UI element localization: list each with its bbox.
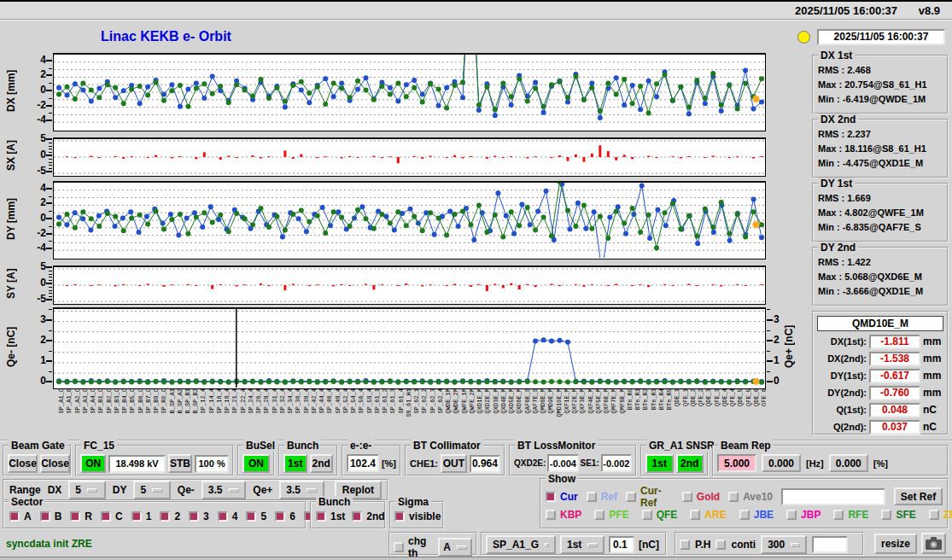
checkbox[interactable] — [546, 510, 556, 520]
checkbox[interactable] — [881, 510, 891, 520]
screenshot-button[interactable] — [921, 533, 946, 554]
chg-th-checkbox[interactable] — [394, 542, 404, 552]
show-ave10[interactable]: Ave10 — [728, 491, 773, 503]
beam-gate-close-2-button[interactable]: Close — [40, 454, 70, 473]
show-gold[interactable]: Gold — [682, 491, 720, 503]
show-zre[interactable]: ZRE — [929, 509, 952, 521]
gr-a1-1st-button[interactable]: 1st — [645, 454, 674, 473]
show-kbp[interactable]: KBP — [546, 509, 581, 521]
checkbox[interactable] — [101, 511, 111, 522]
gr-a1-2nd-button[interactable]: 2nd — [676, 454, 704, 473]
checkbox[interactable] — [626, 492, 636, 502]
checkbox[interactable] — [642, 510, 652, 520]
data-point — [589, 380, 594, 385]
checkbox[interactable] — [70, 511, 80, 522]
checkbox[interactable] — [189, 511, 199, 522]
nc-threshold-input[interactable] — [609, 536, 634, 553]
checkbox[interactable] — [739, 510, 750, 520]
sp-monitor-select[interactable]: SP_A1_G — [486, 535, 556, 554]
sector-3[interactable]: 3 — [189, 510, 209, 522]
conti-checkbox[interactable] — [715, 540, 726, 550]
sector-4[interactable]: 4 — [218, 510, 238, 522]
show-rfe[interactable]: RFE — [833, 509, 868, 521]
checkbox[interactable] — [316, 511, 326, 522]
checkbox[interactable] — [9, 511, 20, 522]
x-axis-label: QXD3E_M — [493, 388, 499, 413]
checkbox[interactable] — [246, 511, 256, 522]
checkbox[interactable] — [682, 492, 692, 502]
bar — [73, 284, 76, 285]
sector-c[interactable]: C — [101, 510, 123, 522]
show-cur-ref[interactable]: Cur-Ref — [626, 485, 674, 509]
sector-2[interactable]: 2 — [160, 510, 180, 522]
sector-6[interactable]: 6 — [275, 510, 295, 522]
data-point — [541, 215, 546, 220]
data-point — [364, 75, 369, 80]
bunch-1st[interactable]: 1st — [316, 510, 345, 522]
busel-on-button[interactable]: ON — [242, 454, 270, 473]
bar — [712, 284, 715, 285]
beam-gate-close-1-button[interactable]: Close — [8, 454, 38, 473]
count-input[interactable] — [812, 536, 848, 553]
show-jbe[interactable]: JBE — [739, 509, 774, 521]
data-point — [121, 379, 126, 384]
checkbox[interactable] — [587, 492, 597, 502]
show-are[interactable]: ARE — [690, 509, 726, 521]
checkbox[interactable] — [728, 492, 739, 502]
fc15-on-button[interactable]: ON — [80, 454, 106, 473]
che1-out-button[interactable]: OUT — [441, 454, 467, 473]
checkbox[interactable] — [275, 511, 285, 522]
range-dy-select[interactable]: 5 — [133, 481, 170, 499]
checkbox[interactable] — [352, 511, 362, 522]
data-point — [266, 379, 272, 384]
minor-tick-mark — [49, 143, 52, 143]
checkbox[interactable] — [394, 511, 405, 522]
data-point — [453, 83, 458, 88]
set-ref-button[interactable]: Set Ref — [894, 487, 943, 505]
data-point — [113, 95, 118, 100]
sector-1[interactable]: 1 — [131, 510, 152, 522]
sp-bunch-select[interactable]: 1st — [560, 535, 604, 554]
chg-th-select[interactable]: A — [438, 538, 472, 557]
sigma-visible[interactable]: visible — [394, 510, 441, 522]
resize-button[interactable]: resize — [874, 534, 917, 554]
show-sfe[interactable]: SFE — [881, 509, 915, 521]
checkbox[interactable] — [786, 510, 797, 520]
ee-ratio-unit: [%] — [382, 458, 396, 469]
checkbox[interactable] — [546, 492, 556, 502]
checkbox[interactable] — [833, 510, 844, 520]
checkbox[interactable] — [929, 510, 939, 520]
data-point — [194, 215, 199, 220]
range-qem-select[interactable]: 3.5 — [201, 481, 247, 499]
show-qfe[interactable]: QFE — [642, 509, 678, 521]
bunch-2nd[interactable]: 2nd — [352, 510, 384, 522]
stats-min: Min : -6.835@QAF7E_S — [818, 220, 943, 235]
checkbox[interactable] — [160, 511, 170, 522]
checkbox[interactable] — [690, 510, 700, 520]
checkbox[interactable] — [218, 511, 228, 522]
data-point — [663, 379, 668, 384]
checkbox[interactable] — [40, 511, 50, 522]
data-point — [218, 213, 223, 218]
show-ref[interactable]: Ref — [587, 491, 617, 503]
data-point — [630, 101, 635, 106]
sector-5[interactable]: 5 — [246, 510, 266, 522]
data-point — [290, 379, 295, 384]
checkbox[interactable] — [594, 510, 604, 520]
sector-r[interactable]: R — [70, 510, 92, 522]
show-pfe[interactable]: PFE — [594, 509, 628, 521]
ph-checkbox[interactable] — [680, 540, 690, 550]
x-axis-label: QAF6E_S — [524, 388, 531, 413]
sector-b[interactable]: B — [40, 510, 62, 522]
sector-a[interactable]: A — [9, 510, 32, 522]
ref-file-input[interactable] — [781, 488, 885, 505]
count-select[interactable]: 300 — [761, 535, 807, 554]
show-jbp[interactable]: JBP — [786, 509, 821, 521]
checkbox[interactable] — [131, 511, 142, 522]
x-axis-label: QDE_1 — [674, 388, 680, 406]
range-dx-select[interactable]: 5 — [68, 481, 105, 499]
fc15-stb-button[interactable]: STB — [168, 454, 193, 473]
bunch-2nd-button[interactable]: 2nd — [310, 454, 334, 473]
bunch-1st-button[interactable]: 1st — [283, 454, 307, 473]
show-cur[interactable]: Cur — [546, 491, 578, 503]
